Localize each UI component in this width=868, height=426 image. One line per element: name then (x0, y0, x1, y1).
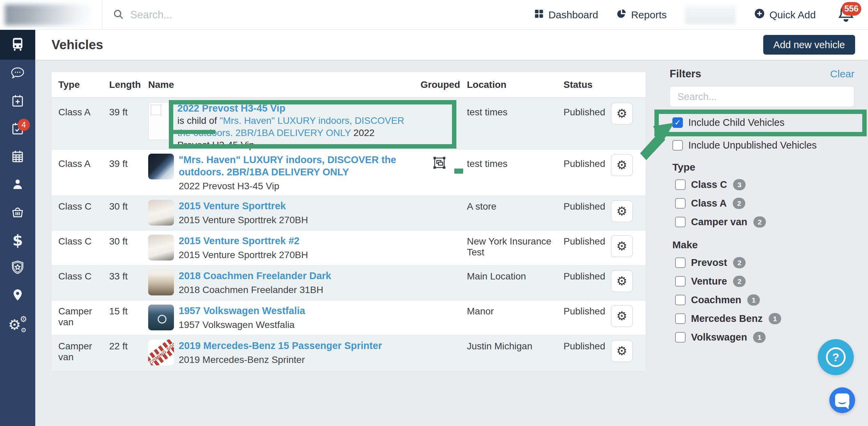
filter-make-mercedes-benz[interactable]: Mercedes Benz 1 (675, 313, 781, 324)
sidebar-item-calendar[interactable] (0, 143, 35, 171)
vehicle-name-link[interactable]: 2015 Venture Sporttrek #2 (179, 235, 299, 246)
camper-van-checkbox[interactable] (675, 217, 686, 227)
include-unpublished-filter[interactable]: Include Unpublished Vehicles (672, 140, 817, 151)
nav-reports[interactable]: Reports (616, 8, 667, 21)
nav-dashboard[interactable]: Dashboard (534, 8, 598, 21)
vehicle-location: Justin Michigan (460, 335, 564, 352)
add-new-vehicle-button[interactable]: Add new vehicle (763, 35, 855, 55)
sidebar-item-settings[interactable]: ⚙⚙⚙ (0, 310, 35, 338)
quick-add-button[interactable]: Quick Add (754, 8, 816, 21)
vehicle-length: 39 ft (109, 98, 148, 118)
dollar-icon: $ (13, 233, 23, 248)
filter-type-class-a[interactable]: Class A 2 (675, 198, 745, 209)
mercedes-benz-checkbox[interactable] (675, 313, 686, 324)
vehicle-name-link[interactable]: 2018 Coachmen Freelander Dark (179, 270, 331, 281)
table-row: Class A 39 ft "Mrs. Haven" LUXURY indoor… (52, 149, 646, 195)
vehicle-name-cell: COMING SOON 2019 Mercedes-Benz 15 Passen… (148, 335, 419, 366)
column-header-name[interactable]: Name (148, 79, 419, 90)
count-badge: 1 (769, 313, 781, 324)
coachmen-checkbox[interactable] (675, 295, 686, 305)
row-settings-button[interactable]: ⚙ (611, 305, 633, 327)
chat-bubble-icon (10, 66, 25, 81)
sidebar-item-tasks[interactable]: 4 (0, 115, 35, 143)
vehicle-name-cell: 2022 Prevost H3-45 Vip is child of "Mrs.… (148, 98, 419, 151)
sidebar-item-messages[interactable] (0, 60, 35, 88)
sidebar-item-insurance[interactable] (0, 254, 35, 282)
filters-title: Filters (670, 68, 701, 80)
column-header-status[interactable]: Status (564, 79, 611, 90)
filter-make-coachmen[interactable]: Coachmen 1 (675, 294, 760, 306)
help-button[interactable]: ? (818, 339, 854, 375)
vehicle-name-link[interactable]: 2019 Mercedes-Benz 15 Passenger Sprinter (179, 340, 382, 351)
count-badge: 2 (753, 216, 766, 228)
vehicle-status: Published (564, 335, 611, 352)
vehicle-name-link[interactable]: 1957 Volkswagen Westfalia (179, 305, 305, 316)
row-settings-button[interactable]: ⚙ (611, 103, 633, 124)
filter-make-prevost[interactable]: Prevost 2 (675, 257, 746, 268)
vehicle-status: Published (564, 301, 611, 317)
column-header-grouped[interactable]: Grouped (419, 79, 460, 90)
volkswagen-checkbox[interactable] (675, 332, 686, 343)
class-a-checkbox[interactable] (675, 198, 686, 209)
notification-count-badge: 556 (842, 2, 861, 16)
clear-filters-link[interactable]: Clear (830, 68, 854, 80)
column-header-length[interactable]: Length (109, 79, 148, 90)
bell-icon (836, 20, 856, 26)
sidebar-item-payments[interactable]: $ (0, 227, 35, 254)
column-header-type[interactable]: Type (58, 79, 109, 90)
sidebar-item-vehicles[interactable] (0, 30, 35, 60)
vehicle-name-link[interactable]: 2022 Prevost H3-45 Vip (177, 103, 285, 114)
plus-circle-icon (754, 8, 765, 21)
person-icon (11, 177, 24, 192)
venture-checkbox[interactable] (675, 276, 686, 287)
vehicle-name-cell: 1957 Volkswagen Westfalia 1957 Volkswage… (148, 301, 419, 331)
filter-type-camper-van[interactable]: Camper van 2 (675, 216, 766, 228)
include-unpublished-checkbox[interactable] (672, 140, 683, 151)
nav-dashboard-label: Dashboard (548, 9, 598, 21)
sidebar-item-customers[interactable] (0, 171, 35, 199)
search-input[interactable] (130, 8, 347, 21)
vehicle-location: New York Insurance Test (460, 231, 564, 258)
filter-make-venture[interactable]: Venture 2 (675, 276, 746, 287)
logo-area[interactable] (0, 0, 102, 30)
search-icon (113, 8, 124, 21)
vehicle-location: A store (460, 196, 564, 212)
redacted-nav-item[interactable] (685, 6, 736, 24)
include-child-checkbox[interactable]: ✓ (672, 117, 683, 128)
count-badge: 1 (753, 332, 766, 343)
class-c-checkbox[interactable] (675, 179, 686, 190)
tasks-count-badge: 4 (18, 119, 30, 131)
sidebar-item-locations[interactable] (0, 282, 35, 310)
vehicle-type: Class C (58, 266, 109, 282)
sidebar-item-store[interactable] (0, 199, 35, 227)
vehicle-length: 22 ft (109, 335, 148, 352)
basket-icon (10, 205, 25, 220)
vehicle-name-link[interactable]: "Mrs. Haven" LUXURY indoors, DISCOVER th… (179, 154, 396, 177)
gear-icon: ⚙ (616, 205, 627, 217)
include-child-vehicles-filter[interactable]: ✓ Include Child Vehicles (672, 117, 785, 128)
notifications-button[interactable]: 556 (836, 3, 858, 27)
prevost-checkbox[interactable] (675, 257, 686, 268)
sidebar-item-add-booking[interactable] (0, 88, 35, 115)
count-badge: 2 (733, 257, 746, 268)
table-row: Camper van 15 ft 1957 Volkswagen Westfal… (52, 300, 646, 335)
include-child-label: Include Child Vehicles (688, 117, 785, 128)
vehicle-subtitle: 2015 Venture Sporttrek 270BH (179, 214, 308, 226)
row-settings-button[interactable]: ⚙ (611, 200, 633, 222)
chat-widget-button[interactable] (829, 387, 855, 413)
filter-search-input[interactable] (670, 86, 854, 107)
column-header-location[interactable]: Location (460, 79, 564, 90)
child-of-line: is child of "Mrs. Haven" LUXURY indoors,… (177, 115, 409, 151)
row-settings-button[interactable]: ⚙ (611, 154, 633, 176)
vehicle-name-link[interactable]: 2015 Venture Sporttrek (179, 200, 286, 211)
row-settings-button[interactable]: ⚙ (611, 340, 633, 362)
table-row: Class C 33 ft 2018 Coachmen Freelander D… (52, 265, 646, 300)
row-settings-button[interactable]: ⚙ (611, 270, 633, 292)
table-row: Class C 30 ft 2015 Venture Sporttrek 201… (52, 195, 646, 230)
filter-type-class-c[interactable]: Class C 3 (675, 179, 746, 190)
row-settings-button[interactable]: ⚙ (611, 235, 633, 257)
chat-bubble-smile-icon (835, 393, 849, 407)
filter-section-make: Make (672, 239, 698, 251)
filter-make-volkswagen[interactable]: Volkswagen 1 (675, 332, 766, 343)
vehicle-name-cell: 2015 Venture Sporttrek #2 2015 Venture S… (148, 231, 419, 261)
